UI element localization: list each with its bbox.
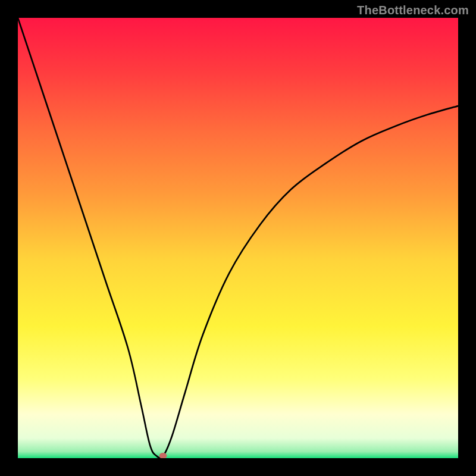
watermark-label: TheBottleneck.com: [357, 4, 469, 17]
bottleneck-curve: [18, 18, 458, 458]
bottleneck-marker: [159, 453, 167, 458]
plot-area: [18, 18, 458, 458]
chart-frame: TheBottleneck.com: [0, 0, 476, 476]
